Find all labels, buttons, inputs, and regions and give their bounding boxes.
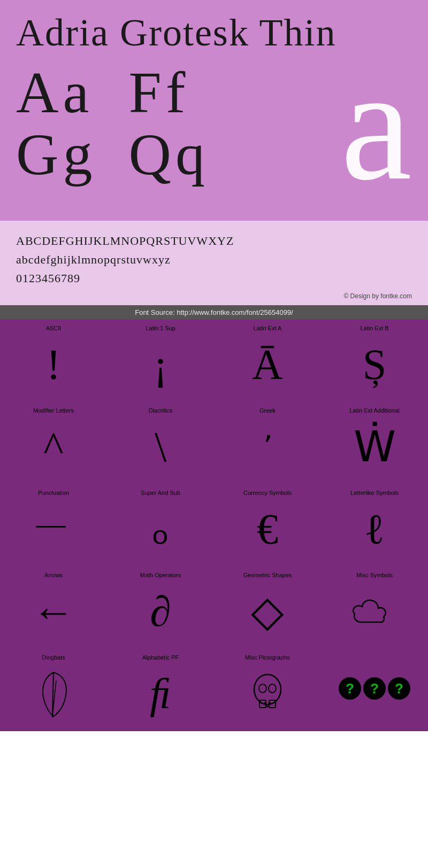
cloud-icon: [350, 593, 399, 630]
alphabet-section: ABCDEFGHIJKLMNOPQRSTUVWXYZ abcdefghijklm…: [0, 221, 428, 305]
grid-cell-latin1: Latin 1 Sup ¡: [107, 320, 214, 402]
grid-cell-miscpicto: Misc Pictographs: [214, 649, 321, 731]
feather-icon: [37, 670, 70, 718]
grid-cell-alphabeticpf: Alphabetic PF ﬁ: [107, 649, 214, 731]
cell-glyph-latin1: ¡: [154, 338, 168, 391]
grid-cell-miscsymbols: Misc Symbols: [321, 567, 428, 649]
cell-glyph-miscpicto: [249, 667, 286, 720]
grid-cell-ascii: ASCII !: [0, 320, 107, 402]
grid-cell-modifier: Modifier Letters ^: [0, 402, 107, 484]
cell-glyph-punctuation: —: [36, 502, 71, 545]
grid-cell-questionmarks: ? ? ?: [321, 649, 428, 731]
cell-label-currency: Currency Symbols: [243, 490, 292, 498]
cell-glyph-geoshapes: ◇: [251, 585, 284, 638]
cell-label-dingbats: Dingbats: [42, 654, 65, 663]
question-mark-2: ?: [363, 677, 386, 700]
cell-label-letterlike: Letterlike Symbols: [350, 490, 399, 498]
purple-section: ASCII ! Latin 1 Sup ¡ Latin Ext A Ā Lati…: [0, 320, 428, 731]
cell-glyph-greek: ʼ: [263, 420, 272, 474]
skull-icon: [249, 672, 286, 715]
cell-glyph-arrows: ←: [32, 585, 75, 638]
grid-cell-mathop: Math Operators ∂: [107, 567, 214, 649]
letter-pair-gg: Gg: [16, 122, 96, 187]
copyright: © Design by fontke.com: [16, 292, 412, 300]
cell-glyph-latinexb: Ș: [363, 338, 387, 391]
cell-glyph-miscsymbols: [350, 585, 399, 638]
cell-glyph-modifier: ^: [43, 420, 64, 474]
lowercase-alphabet: abcdefghijklmnopqrstuvwxyz: [16, 250, 412, 269]
cell-label-alphabeticpf: Alphabetic PF: [142, 654, 179, 663]
cell-label-latin1: Latin 1 Sup: [146, 325, 175, 334]
cell-label-diacritics: Diacritics: [149, 407, 173, 416]
cell-glyph-alphabeticpf: ﬁ: [150, 667, 171, 720]
grid-cell-letterlike: Letterlike Symbols ℓ: [321, 484, 428, 567]
cell-glyph-diacritics: \: [155, 420, 166, 474]
cell-glyph-ascii: !: [47, 338, 61, 391]
cell-label-latinexb: Latin Ext B: [360, 325, 388, 334]
letter-pair-qq: Qq: [128, 122, 209, 187]
digits: 0123456789: [16, 269, 412, 288]
grid-cell-punctuation: Punctuation —: [0, 484, 107, 567]
cell-label-ascii: ASCII: [46, 325, 62, 334]
svg-point-1: [254, 675, 281, 704]
grid-cell-geoshapes: Geometric Shapes ◇: [214, 567, 321, 649]
uppercase-alphabet: ABCDEFGHIJKLMNOPQRSTUVWXYZ: [16, 231, 412, 250]
grid-cell-arrows: Arrows ←: [0, 567, 107, 649]
cell-label-latinexadd: Latin Ext Additional: [349, 407, 400, 416]
cell-glyph-letterlike: ℓ: [364, 502, 385, 556]
cell-label-latinexa: Latin Ext A: [254, 325, 282, 334]
cell-label-greek: Greek: [259, 407, 276, 416]
cell-glyph-currency: €: [257, 502, 278, 556]
cell-glyph-questionmarks: ? ? ?: [339, 667, 410, 710]
cell-label-punctuation: Punctuation: [38, 490, 69, 498]
cell-label-supersub: Super And Sub: [141, 490, 180, 498]
pink-section: Adria Grotesk Thin Aa Gg Ff Qq a: [0, 0, 428, 221]
grid-cell-latinexadd: Latin Ext Additional Ẇ: [321, 402, 428, 484]
font-source: Font Source: http://www.fontke.com/font/…: [0, 305, 428, 320]
grid-cell-dingbats: Dingbats: [0, 649, 107, 731]
cell-glyph-supersub: ₒ: [152, 502, 170, 556]
cell-glyph-latinexa: Ā: [252, 338, 283, 391]
cell-glyph-mathop: ∂: [150, 585, 171, 638]
svg-point-4: [259, 684, 266, 693]
grid-cell-currency: Currency Symbols €: [214, 484, 321, 567]
question-mark-1: ?: [339, 677, 361, 700]
cell-label-miscsymbols: Misc Symbols: [356, 572, 393, 580]
cell-label-arrows: Arrows: [44, 572, 63, 580]
grid-cell-latinexb: Latin Ext B Ș: [321, 320, 428, 402]
question-mark-3: ?: [388, 677, 410, 700]
grid-cell-latinexa: Latin Ext A Ā: [214, 320, 321, 402]
cell-label-mathop: Math Operators: [140, 572, 181, 580]
grid-cell-diacritics: Diacritics \: [107, 402, 214, 484]
letter-pair-ff: Ff: [128, 60, 209, 125]
cell-glyph-latinexadd: Ẇ: [354, 420, 396, 474]
cell-label-modifier: Modifier Letters: [33, 407, 74, 416]
cell-glyph-dingbats: [37, 667, 70, 720]
grid-cell-supersub: Super And Sub ₒ: [107, 484, 214, 567]
cell-label-geoshapes: Geometric Shapes: [243, 572, 292, 580]
letter-pair-aa: Aa: [16, 60, 96, 125]
letter-large-a: a: [341, 44, 412, 205]
cell-label-miscpicto: Misc Pictographs: [245, 654, 290, 663]
grid-cell-greek: Greek ʼ: [214, 402, 321, 484]
unicode-grid: ASCII ! Latin 1 Sup ¡ Latin Ext A Ā Lati…: [0, 320, 428, 731]
svg-point-5: [269, 684, 276, 693]
